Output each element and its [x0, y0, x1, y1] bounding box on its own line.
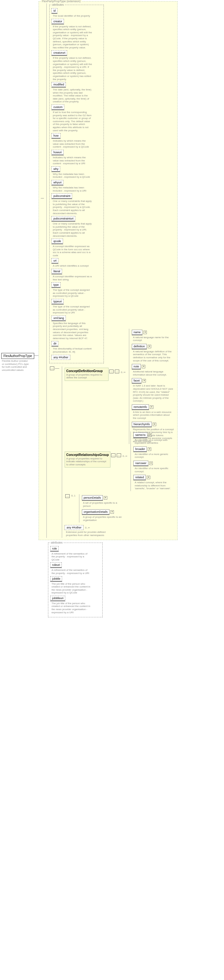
occurrence: 0..∞	[123, 455, 127, 458]
expand-icon[interactable]: +	[149, 461, 153, 465]
attr-creator: creator	[51, 19, 64, 24]
choice-icon: …	[115, 369, 119, 373]
attr-desc: The date (and, optionally, the time) whe…	[51, 88, 92, 103]
root-desc: Flexible Author (creator or contributor)…	[1, 359, 30, 371]
attr-pubconstrainturi: pubconstrainturi	[51, 216, 75, 222]
attr-desc: The type of the concept assigned as cont…	[51, 305, 92, 314]
element-hierarchyInfo[interactable]: hierarchyInfo	[132, 422, 152, 427]
attr-xml:lang: xml:lang	[51, 316, 66, 321]
element-remoteInfo[interactable]: remoteInfo	[132, 404, 149, 410]
occurrence: 0..∞	[121, 371, 126, 374]
expand-icon[interactable]: +	[150, 406, 153, 409]
connector	[41, 198, 44, 199]
choice-icon: …	[117, 453, 121, 457]
element-facet[interactable]: facet	[132, 378, 142, 384]
element-desc: A group of properties specific to an org…	[82, 515, 124, 522]
element-desc: A related concept, where the relationshi…	[133, 480, 175, 490]
attr-type: type	[51, 282, 60, 288]
expand-icon[interactable]: +	[148, 447, 151, 451]
element-desc: A natural language definition of the sem…	[132, 350, 174, 362]
element-related[interactable]: related	[133, 475, 146, 480]
attributes-label: attributes	[50, 541, 63, 544]
sequence-icon: …	[50, 366, 54, 370]
expand-icon[interactable]: +	[147, 476, 150, 479]
attr-literal: literal	[51, 269, 62, 274]
group-concept-relationships: ConceptRelationshipsGroup A group of pro…	[65, 452, 110, 468]
element-organisationDetails[interactable]: organisationDetails	[82, 509, 110, 515]
element-personDetails[interactable]: personDetails	[82, 495, 103, 501]
element-desc: A link to an item or a web resource whic…	[132, 410, 174, 420]
attr-desc: A URI which identifies a concept	[51, 264, 92, 267]
attr-custom: custom	[51, 105, 64, 110]
any-other-attr: any ##other	[51, 355, 70, 360]
group-desc: A group of properties required to define…	[66, 373, 107, 379]
element-broader[interactable]: broader	[133, 447, 147, 452]
expand-icon[interactable]: +	[148, 433, 152, 437]
connector	[55, 368, 59, 369]
connector	[34, 355, 38, 356]
attr-desc: A refinement of the semantics of the pro…	[50, 552, 91, 562]
element-desc: An identifier of a more generic concept.	[133, 452, 175, 459]
expand-icon[interactable]: +	[104, 496, 107, 500]
element-narrower[interactable]: narrower	[133, 461, 148, 466]
attr-uri: uri	[51, 258, 58, 264]
expand-icon[interactable]: +	[142, 365, 145, 368]
group-label: ConceptRelationshipsGroup	[66, 453, 109, 457]
group-desc: A group of properties required to indica…	[66, 457, 107, 466]
attr-id: id	[51, 8, 57, 14]
attr-desc: The local identifier of the property	[51, 14, 92, 18]
element-desc: An identifier of a more specific concept…	[133, 466, 175, 473]
occurrence: 0..∞	[85, 526, 90, 529]
attr-desc: Why the metadata has been included - exp…	[51, 172, 92, 179]
element-desc: Additional natural language information …	[132, 369, 174, 376]
element-desc: Extension point for provider-defined pro…	[65, 530, 106, 537]
attr-how: how	[51, 133, 60, 139]
element-desc: A natural language name for the concept.	[132, 336, 174, 342]
attributes-box-2: attributes roleA refinement of the seman…	[48, 542, 103, 618]
attr-why: why	[51, 166, 60, 172]
expand-icon[interactable]: +	[143, 379, 146, 382]
attr-desc: A concept identifier expressed as QCode …	[51, 244, 92, 257]
attr-desc: One or many constraints that apply to pu…	[51, 222, 92, 237]
attr-howuri: howuri	[51, 150, 64, 156]
attr-whyuri: whyuri	[51, 180, 64, 186]
attr-desc: If the property value is not defined, sp…	[51, 24, 92, 49]
attr-desc: Indicates by which means the value was e…	[51, 156, 92, 165]
group-concept-definition: ConceptDefinitionGroup A group of proper…	[65, 368, 108, 381]
attr-roleuri: roleuri	[50, 562, 62, 568]
occurrence: 0..1	[71, 494, 75, 497]
attr-typeuri: typeuri	[51, 299, 64, 305]
attr-role: role	[50, 546, 59, 552]
attr-creatoruri: creatoruri	[51, 50, 67, 56]
group-label: ConceptDefinitionGroup	[66, 369, 107, 373]
attr-desc: One or many constraints that apply to pu…	[51, 199, 92, 215]
any-other-element: any ##other	[65, 525, 83, 530]
sequence-icon: …	[109, 369, 114, 373]
element-note[interactable]: note	[132, 364, 141, 369]
attr-desc: If the property value is not defined, sp…	[51, 56, 92, 81]
attr-desc: A concept identifier expressed as a free…	[51, 274, 92, 281]
attr-desc: The directionality of textual content (e…	[51, 347, 92, 353]
element-definition[interactable]: definition	[132, 344, 147, 350]
expand-icon[interactable]: +	[148, 345, 151, 348]
attr-desc: The job title of the person who created …	[50, 582, 91, 594]
choice-icon: …	[65, 494, 70, 498]
extension-box: FlexPartyPropType (extension) attributes…	[38, 1, 178, 540]
attr-desc: Why the metadata has been included - exp…	[51, 186, 92, 192]
attr-desc: Indicates by which means the value was e…	[51, 139, 92, 148]
root-type: FlexAuthorPropType	[1, 353, 34, 359]
element-sameAs[interactable]: sameAs	[133, 433, 148, 438]
attr-desc: The type of the concept assigned as cont…	[51, 288, 92, 298]
attr-qcode: qcode	[51, 239, 63, 244]
attributes-box: attributes idThe local identifier of the…	[49, 5, 104, 363]
element-name[interactable]: name	[132, 330, 143, 336]
expand-icon[interactable]: +	[110, 510, 114, 514]
element-desc: A set of properties specific to a person	[82, 501, 124, 508]
element-desc: An identifier of a concept with equivale…	[133, 438, 175, 445]
expand-icon[interactable]: +	[143, 331, 147, 334]
attr-dir: dir	[51, 341, 58, 347]
attr-desc: If set to true the corresponding propert…	[51, 110, 92, 132]
attr-desc: The job title of the person who created …	[50, 601, 91, 614]
expand-icon[interactable]: +	[153, 423, 156, 426]
extension-title: FlexPartyPropType (extension)	[41, 0, 81, 3]
